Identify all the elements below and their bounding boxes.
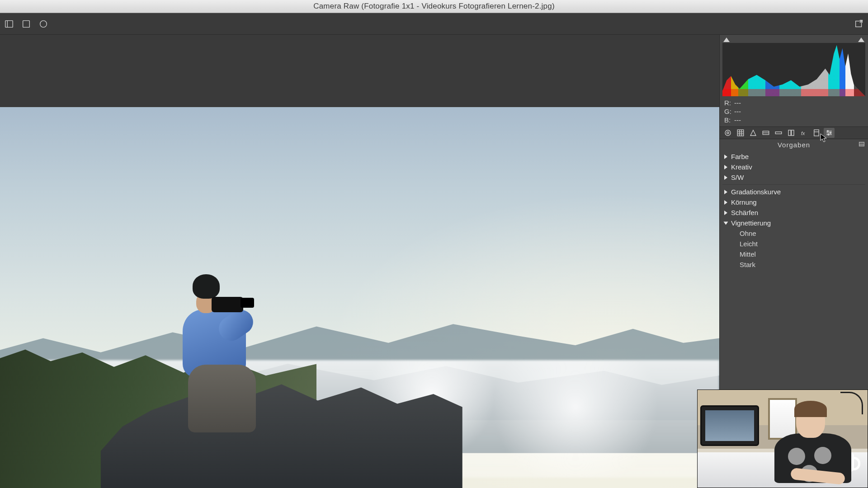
panel-menu-icon[interactable] — [859, 142, 864, 146]
window-titlebar: Camera Raw (Fotografie 1x1 - Videokurs F… — [0, 0, 868, 13]
disclosure-closed-icon — [724, 165, 727, 169]
hsl-tab-icon[interactable] — [760, 128, 771, 138]
svg-point-7 — [727, 132, 729, 134]
b-value: --- — [734, 116, 863, 124]
preset-group-label: Körnung — [731, 198, 757, 206]
disclosure-open-icon — [724, 221, 728, 225]
detail-tab-icon[interactable] — [748, 128, 759, 138]
lens-corrections-tab-icon[interactable] — [786, 128, 797, 138]
preview-image — [0, 107, 719, 488]
disclosure-closed-icon — [724, 155, 727, 159]
rgb-readout: R:--- G:--- B:--- — [720, 97, 868, 127]
preset-group[interactable]: Schärfen — [722, 207, 865, 218]
svg-line-5 — [860, 20, 863, 23]
svg-point-25 — [830, 132, 831, 134]
panel-title-text: Vorgaben — [778, 141, 810, 149]
shadow-clipping-icon[interactable] — [723, 38, 730, 42]
panel-tabstrip: fx — [720, 127, 868, 139]
disclosure-closed-icon — [724, 200, 727, 205]
preset-item[interactable]: Ohne — [722, 228, 865, 239]
preset-group-label: S/W — [731, 174, 744, 181]
webcam-overlay — [697, 389, 868, 488]
preset-group[interactable]: Vignettierung — [722, 218, 865, 228]
image-canvas[interactable] — [0, 35, 719, 488]
before-after-icon[interactable] — [38, 19, 49, 29]
svg-rect-17 — [792, 130, 794, 136]
disclosure-closed-icon — [724, 190, 727, 194]
svg-text:fx: fx — [801, 131, 805, 136]
svg-point-26 — [828, 134, 829, 135]
svg-rect-15 — [775, 132, 782, 134]
window-title: Camera Raw (Fotografie 1x1 - Videokurs F… — [313, 2, 555, 11]
preset-group-label: Schärfen — [731, 209, 758, 216]
histogram-panel — [720, 35, 868, 97]
svg-point-6 — [725, 130, 731, 136]
preset-group-label: Gradationskurve — [731, 188, 781, 196]
split-toning-tab-icon[interactable] — [773, 128, 784, 138]
svg-rect-19 — [814, 130, 819, 136]
preset-group-label: Farbe — [731, 153, 749, 160]
preset-group[interactable]: Farbe — [722, 151, 865, 162]
fullscreen-icon[interactable] — [854, 19, 864, 29]
preset-group-label: Kreativ — [731, 163, 752, 171]
g-label: G: — [724, 108, 734, 115]
svg-rect-16 — [788, 130, 791, 136]
svg-rect-2 — [23, 20, 30, 27]
disclosure-closed-icon — [724, 175, 727, 180]
preset-group-label: Vignettierung — [731, 219, 771, 227]
r-value: --- — [734, 99, 863, 107]
preset-group[interactable]: S/W — [722, 172, 865, 183]
g-value: --- — [734, 108, 863, 115]
preset-item[interactable]: Leicht — [722, 239, 865, 249]
preset-group[interactable]: Kreativ — [722, 162, 865, 172]
preset-group[interactable]: Gradationskurve — [722, 187, 865, 197]
preset-group[interactable]: Körnung — [722, 197, 865, 207]
histogram[interactable] — [722, 43, 865, 96]
svg-rect-0 — [5, 20, 13, 27]
effects-tab-icon[interactable]: fx — [798, 128, 809, 138]
highlight-clipping-icon[interactable] — [858, 38, 864, 42]
calibration-tab-icon[interactable] — [811, 128, 822, 138]
separator — [722, 184, 865, 185]
filmstrip-toggle-icon[interactable] — [4, 19, 14, 29]
panel-title: Vorgaben — [720, 139, 868, 151]
basic-tab-icon[interactable] — [722, 128, 733, 138]
r-label: R: — [724, 99, 734, 107]
single-view-icon[interactable] — [21, 19, 32, 29]
b-label: B: — [724, 116, 734, 124]
svg-point-24 — [827, 131, 829, 132]
disclosure-closed-icon — [724, 211, 727, 215]
svg-rect-8 — [737, 130, 744, 136]
presets-tab-icon[interactable] — [824, 128, 835, 138]
svg-point-3 — [40, 20, 47, 27]
preset-item[interactable]: Stark — [722, 259, 865, 270]
preset-item[interactable]: Mittel — [722, 249, 865, 259]
tone-curve-tab-icon[interactable] — [735, 128, 746, 138]
top-toolbar — [0, 13, 868, 35]
